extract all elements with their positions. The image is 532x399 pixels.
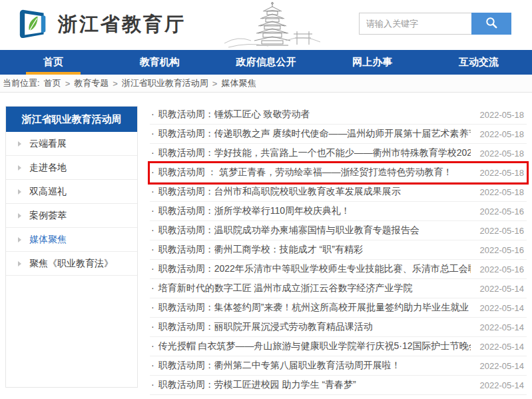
news-row: ·职教活动周：集体签约周”来袭！杭州这所高校开展批量签约助力毕业生就业 2022… (150, 298, 527, 318)
breadcrumb-edu-topics[interactable]: 教育专题 (74, 77, 109, 89)
news-date: 2022-05-14 (480, 380, 527, 390)
breadcrumb: 当前位置: 首页 > 教育专题 > 浙江省职业教育活动周 > 媒体聚焦 (0, 75, 532, 93)
news-title-text: 职教活动周：传递职教之声 赓续时代使命——温州幼师开展第十届艺术素养节比赛暨职业… (158, 128, 471, 140)
news-title-text: 培育新时代的数字工匠 温州市成立浙江云谷数字经济产业学院 (158, 282, 413, 294)
site-logo[interactable]: 浙江省教育厅 (19, 7, 186, 43)
sidebar-title: 浙江省职业教育活动周 (6, 107, 137, 132)
news-link[interactable]: ·职教活动周：2022年乐清市中等职业学校师生专业技能比赛、乐清市总工会职业技术… (150, 263, 471, 275)
nav-item-online-services[interactable]: 网上办事 (319, 50, 425, 75)
news-link[interactable]: ·职教活动周：衢州工商学校：技能成才 “职”有精彩 (150, 244, 363, 256)
news-row: ·职教活动周：传递职教之声 赓续时代使命——温州幼师开展第十届艺术素养节比赛暨职… (150, 125, 527, 144)
news-title-text: 职教活动周：浙所学校举行110周年校庆典礼！ (158, 205, 350, 217)
news-title-text: 职教活动周：衢州第二中专第八届职业教育活动周开展啦！ (158, 360, 401, 372)
bullet: · (151, 340, 154, 351)
bullet: · (151, 186, 154, 197)
news-title-text: 职教活动周：台州市和高职院校职业教育改革发展成果展示 (158, 186, 401, 198)
news-title-text: 职教活动周：衢州工商学校：技能成才 “职”有精彩 (158, 244, 363, 256)
news-row: ·职教活动周：学好技能，共富路上一个也不能少——衢州市特殊教育学校2022年职业… (150, 144, 527, 163)
sidebar-item-vocational-education-law[interactable]: 聚焦《职业教育法》 (6, 252, 137, 276)
sidebar-item-label: 走进各地 (29, 162, 67, 174)
main-nav: 首页 教育机构 政府信息公开 网上办事 互动交流 (0, 50, 532, 75)
magnifier-icon (485, 16, 498, 31)
breadcrumb-current: 媒体聚焦 (221, 77, 256, 89)
news-link[interactable]: ·职教活动周 ： 筑梦正青春，劳动绘幸福——浙经贸打造特色劳动教育！ (150, 167, 452, 179)
news-row: ·职教活动周：台州市和高职院校职业教育改革发展成果展示 2022-05-18 (150, 183, 527, 202)
sidebar-item-label: 云端看展 (29, 138, 67, 150)
search-bar (359, 13, 511, 35)
bullet: · (151, 321, 154, 332)
bullet: · (151, 128, 154, 139)
nav-label: 互动交流 (459, 56, 499, 69)
news-link[interactable]: ·培育新时代的数字工匠 温州市成立浙江云谷数字经济产业学院 (150, 282, 413, 294)
news-row: ·职教活动周：劳模工匠进校园 助力学生 “青春梦” 2022-05-14 (150, 376, 527, 395)
nav-label: 网上办事 (352, 56, 392, 69)
breadcrumb-home[interactable]: 首页 (44, 77, 61, 89)
sidebar: 浙江省职业教育活动周 云端看展 走进各地 双高巡礼 案例荟萃 媒体聚焦 聚焦《职… (5, 106, 138, 388)
news-date: 2022-05-18 (480, 168, 527, 178)
chevron-right-icon (18, 189, 21, 195)
nav-item-home[interactable]: 首页 (0, 50, 107, 75)
news-date: 2022-05-16 (480, 206, 527, 216)
news-date: 2022-05-14 (480, 303, 527, 313)
news-row: ·职教活动周：衢州工商学校：技能成才 “职”有精彩 2022-05-16 (150, 240, 527, 260)
bullet: · (151, 360, 154, 370)
news-date: 2022-05-16 (480, 245, 527, 255)
news-link[interactable]: ·职教活动周：丽职院开展沉浸式劳动教育精品课活动 (150, 321, 373, 333)
news-link[interactable]: ·职教活动周：台州市和高职院校职业教育改革发展成果展示 (150, 186, 401, 198)
breadcrumb-separator: > (212, 79, 218, 89)
site-title: 浙江省教育厅 (58, 11, 186, 38)
news-link[interactable]: ·职教活动周：衢州第二中专第八届职业教育活动周开展啦！ (150, 360, 401, 372)
chevron-right-icon (18, 261, 21, 266)
nav-label: 首页 (43, 56, 63, 69)
breadcrumb-activity-week[interactable]: 浙江省职业教育活动周 (122, 77, 208, 89)
news-row: ·培育新时代的数字工匠 温州市成立浙江云谷数字经济产业学院 2022-05-14 (150, 279, 527, 298)
news-link[interactable]: ·职教活动周：温职院成功举办柬埔寨国情与职业教育专题报告会 (150, 224, 419, 236)
search-input[interactable] (359, 13, 471, 35)
chevron-right-icon (18, 237, 21, 242)
sidebar-item-label: 媒体聚焦 (29, 234, 67, 246)
search-button[interactable] (471, 13, 511, 35)
news-date: 2022-05-14 (480, 342, 527, 352)
news-row: ·职教活动周：浙所学校举行110周年校庆典礼！ 2022-05-16 (150, 202, 527, 221)
sidebar-item-regions[interactable]: 走进各地 (6, 156, 137, 180)
site-header: 浙江省教育厅 (0, 0, 532, 50)
pagoda-sketch-icon (222, 1, 323, 52)
sidebar-item-label: 案例荟萃 (29, 210, 67, 222)
news-date: 2022-05-18 (480, 110, 527, 120)
bullet: · (151, 109, 154, 119)
news-row: ·传光授帽 白衣筑梦——舟山旅游与健康职业学院举行庆祝5·12国际护士节晚会 2… (150, 337, 527, 356)
chevron-right-icon (18, 213, 21, 218)
news-title-text: 职教活动周：丽职院开展沉浸式劳动教育精品课活动 (158, 321, 373, 333)
news-link[interactable]: ·职教活动周：学好技能，共富路上一个也不能少——衢州市特殊教育学校2022年职业… (150, 147, 471, 159)
bullet: · (151, 167, 154, 177)
bullet: · (151, 282, 154, 293)
nav-item-interaction[interactable]: 互动交流 (425, 50, 532, 75)
breadcrumb-prefix: 当前位置: (3, 77, 40, 89)
news-link[interactable]: ·职教活动周：传递职教之声 赓续时代使命——温州幼师开展第十届艺术素养节比赛暨职… (150, 128, 471, 140)
news-link[interactable]: ·职教活动周：集体签约周”来袭！杭州这所高校开展批量签约助力毕业生就业 (150, 302, 469, 314)
nav-item-institutions[interactable]: 教育机构 (107, 50, 213, 75)
bullet: · (151, 302, 154, 312)
bullet: · (151, 379, 154, 390)
sidebar-item-case-collection[interactable]: 案例荟萃 (6, 204, 137, 228)
sidebar-item-label: 双高巡礼 (29, 186, 67, 198)
nav-label: 政府信息公开 (236, 56, 296, 69)
sidebar-item-label: 聚焦《职业教育法》 (29, 258, 113, 270)
news-date: 2022-05-18 (480, 129, 527, 139)
nav-item-gov-info[interactable]: 政府信息公开 (213, 50, 320, 75)
sidebar-item-cloud-exhibition[interactable]: 云端看展 (6, 132, 137, 156)
news-link[interactable]: ·传光授帽 白衣筑梦——舟山旅游与健康职业学院举行庆祝5·12国际护士节晚会 (150, 340, 471, 352)
news-link[interactable]: ·职教活动周：浙所学校举行110周年校庆典礼！ (150, 205, 350, 217)
news-row: ·职教活动周：2022年乐清市中等职业学校师生专业技能比赛、乐清市总工会职业技术… (150, 260, 527, 279)
news-link[interactable]: ·职教活动周：劳模工匠进校园 助力学生 “青春梦” (150, 379, 356, 391)
news-row-highlighted: ·职教活动周 ： 筑梦正青春，劳动绘幸福——浙经贸打造特色劳动教育！ 2022-… (150, 163, 527, 183)
news-date: 2022-05-14 (480, 284, 527, 294)
bullet: · (151, 205, 154, 216)
sidebar-item-shuanggao-tour[interactable]: 双高巡礼 (6, 180, 137, 204)
nav-label: 教育机构 (140, 56, 180, 69)
sidebar-item-media-focus[interactable]: 媒体聚焦 (6, 228, 137, 252)
bullet: · (151, 147, 154, 158)
news-link[interactable]: ·职教活动周：锤炼工匠心 致敬劳动者 (150, 109, 310, 121)
news-date: 2022-05-16 (480, 226, 527, 236)
news-row: ·职教活动周：衢州第二中专第八届职业教育活动周开展啦！ 2022-05-14 (150, 356, 527, 376)
